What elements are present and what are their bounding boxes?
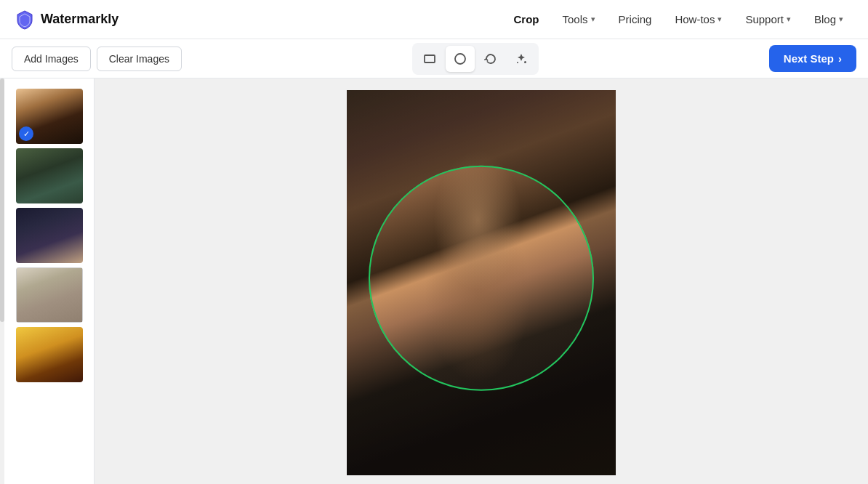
svg-point-3 bbox=[517, 62, 518, 63]
circle-crop-button[interactable] bbox=[446, 46, 475, 72]
thumbnail-3[interactable] bbox=[16, 208, 83, 263]
nav-item-crop[interactable]: Crop bbox=[504, 9, 550, 30]
nav-item-howtos[interactable]: How-tos ▾ bbox=[664, 9, 732, 30]
rect-crop-button[interactable] bbox=[415, 46, 444, 72]
svg-point-2 bbox=[524, 61, 526, 63]
image-container bbox=[347, 90, 616, 475]
thumbnail-2[interactable] bbox=[16, 148, 83, 203]
selected-check-icon: ✓ bbox=[19, 126, 33, 141]
logo-icon bbox=[15, 9, 35, 30]
app-header: Watermarkly Crop Tools ▾ Pricing How-tos… bbox=[0, 0, 868, 39]
main-nav: Crop Tools ▾ Pricing How-tos ▾ Support ▾… bbox=[504, 9, 853, 30]
nav-item-blog[interactable]: Blog ▾ bbox=[804, 9, 853, 30]
nav-item-pricing[interactable]: Pricing bbox=[608, 9, 662, 30]
image-sidebar: ✓ bbox=[0, 78, 95, 484]
howtos-chevron-icon: ▾ bbox=[718, 15, 722, 24]
blog-chevron-icon: ▾ bbox=[839, 15, 843, 24]
circle-icon bbox=[453, 52, 467, 66]
add-images-button[interactable]: Add Images bbox=[12, 47, 91, 71]
clear-images-button[interactable]: Clear Images bbox=[97, 47, 182, 71]
next-step-button[interactable]: Next Step › bbox=[769, 45, 856, 72]
canvas-area[interactable] bbox=[95, 78, 868, 484]
nav-item-tools[interactable]: Tools ▾ bbox=[552, 9, 606, 30]
svg-point-1 bbox=[455, 54, 465, 64]
support-chevron-icon: ▾ bbox=[787, 15, 791, 24]
thumbnail-1[interactable]: ✓ bbox=[16, 89, 83, 144]
magic-crop-button[interactable] bbox=[507, 46, 536, 72]
crop-toolbar: Add Images Clear Images bbox=[0, 39, 868, 78]
rotate-button[interactable] bbox=[476, 46, 505, 72]
thumbnail-5[interactable] bbox=[16, 327, 83, 382]
logo-area[interactable]: Watermarkly bbox=[15, 9, 118, 30]
nav-item-support[interactable]: Support ▾ bbox=[735, 9, 801, 30]
svg-rect-0 bbox=[425, 55, 435, 62]
main-content: ✓ bbox=[0, 78, 868, 484]
rect-icon bbox=[422, 52, 437, 66]
magic-icon bbox=[514, 52, 529, 66]
next-chevron-icon: › bbox=[838, 52, 842, 65]
tools-chevron-icon: ▾ bbox=[591, 15, 595, 24]
crop-tools-group bbox=[412, 43, 539, 75]
toolbar-left: Add Images Clear Images bbox=[12, 47, 182, 71]
main-canvas-image bbox=[347, 90, 616, 475]
thumbnail-4[interactable] bbox=[16, 267, 83, 323]
rotate-icon bbox=[483, 52, 498, 66]
app-name: Watermarkly bbox=[41, 12, 118, 27]
